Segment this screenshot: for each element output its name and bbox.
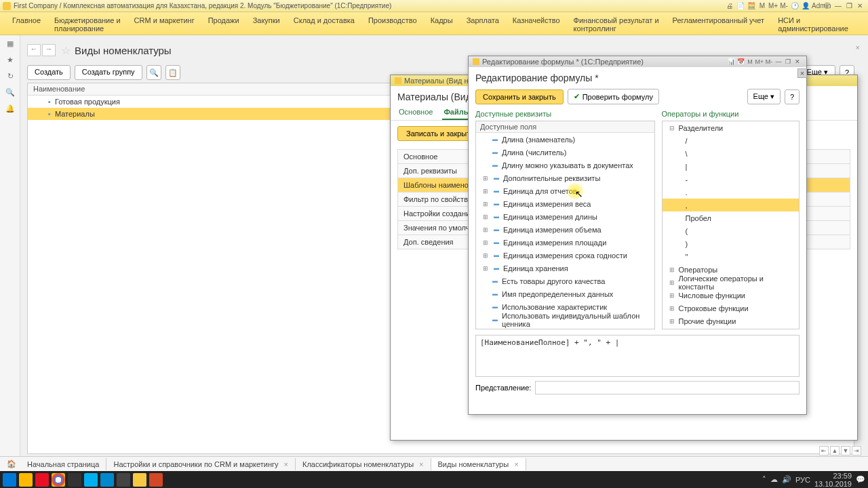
create-button[interactable]: Создать — [27, 65, 71, 80]
separator-item[interactable]: - — [663, 173, 799, 186]
app-icon[interactable] — [68, 473, 81, 487]
tb-user-icon[interactable]: 👤 — [801, 1, 810, 11]
minimize-icon[interactable]: ― — [774, 58, 783, 65]
nav-down-icon[interactable]: ▼ — [841, 446, 850, 455]
close-icon[interactable]: × — [419, 460, 423, 468]
skype-icon[interactable] — [84, 473, 98, 487]
chrome-icon[interactable] — [52, 473, 65, 487]
check-formula-button[interactable]: ✔Проверить формулу — [568, 89, 659, 104]
minimize-button[interactable]: ― — [833, 1, 843, 11]
separator-item[interactable]: . — [663, 186, 799, 199]
tb-calc-icon[interactable]: 📊 — [726, 58, 736, 65]
prop-item[interactable]: ⊞▬Единица хранения — [476, 262, 654, 274]
prop-item[interactable]: ⊞▬Единица измерения веса — [476, 197, 654, 210]
tray-up-icon[interactable]: ˄ — [762, 475, 766, 484]
tb-print-icon[interactable]: 🖨 — [725, 1, 734, 11]
formula-input[interactable]: [НаименованиеПолное] + ", " + | — [475, 335, 800, 377]
op-group[interactable]: ⊞Логические операторы и константы — [663, 276, 799, 289]
separator-item[interactable]: " — [663, 250, 799, 263]
tab-home[interactable]: Начальная страница — [20, 458, 106, 470]
op-group[interactable]: ⊞Числовые функции — [663, 289, 799, 302]
prop-item[interactable]: ⊞▬Дополнительные реквизиты — [476, 171, 654, 184]
tab-main[interactable]: Основное — [397, 105, 434, 120]
tray-cloud-icon[interactable]: ☁ — [770, 475, 778, 484]
tab-classifiers[interactable]: Классификаторы номенклатуры× — [296, 458, 431, 470]
nav-last-icon[interactable]: ⇥ — [852, 446, 861, 455]
prop-item[interactable]: ▬Использовать индивидуальный шаблон ценн… — [476, 313, 654, 326]
separator-item[interactable]: ) — [663, 237, 799, 250]
separator-item[interactable]: | — [663, 160, 799, 173]
menu-salary[interactable]: Зарплата — [460, 15, 506, 26]
prop-item[interactable]: ▬Имя предопределенных данных — [476, 287, 654, 300]
telegram-icon[interactable] — [100, 473, 114, 487]
forward-button[interactable]: → — [42, 44, 56, 56]
menu-accounting[interactable]: Регламентированный учет — [666, 15, 772, 26]
prop-item[interactable]: ▬Есть товары другого качества — [476, 274, 654, 287]
star-icon[interactable]: ★ — [0, 52, 20, 68]
search-icon[interactable]: 🔍 — [0, 84, 20, 100]
separators-group[interactable]: ⊟Разделители — [663, 121, 799, 134]
prop-item[interactable]: ⊞▬Единица измерения площади — [476, 236, 654, 249]
prop-item[interactable]: ⊞▬Единица для отчетов — [476, 184, 654, 197]
tb-mminus[interactable]: M- — [779, 1, 789, 11]
menu-production[interactable]: Производство — [361, 15, 424, 26]
op-group[interactable]: ⊞Строковые функции — [663, 302, 799, 314]
separator-item[interactable]: / — [663, 134, 799, 147]
explorer-icon[interactable] — [19, 473, 33, 487]
maximize-icon[interactable]: ❐ — [783, 58, 793, 65]
tb-clock-icon[interactable]: 🕐 — [790, 1, 800, 11]
separator-item[interactable]: , — [663, 199, 799, 211]
maximize-button[interactable]: ❐ — [844, 1, 854, 11]
menu-sales[interactable]: Продажи — [201, 15, 246, 26]
nav-up-icon[interactable]: ▲ — [830, 446, 840, 455]
menu-nsi[interactable]: НСИ и администрирование — [771, 15, 855, 34]
help-button[interactable]: ? — [785, 89, 800, 104]
tb-m[interactable]: M — [757, 1, 767, 11]
close-icon[interactable]: ✕ — [793, 58, 802, 65]
find-icon[interactable]: 🔍 — [146, 65, 161, 80]
menu-purchases[interactable]: Закупки — [246, 15, 287, 26]
close-icon[interactable]: × — [284, 460, 288, 468]
tb-mp[interactable]: M+ — [755, 58, 764, 65]
close-page-button[interactable]: × — [856, 43, 860, 52]
bell-icon[interactable]: 🔔 — [0, 100, 20, 117]
separator-item[interactable]: ( — [663, 224, 799, 237]
menu-budget[interactable]: Бюджетирование и планирование — [47, 15, 127, 34]
1c-icon[interactable] — [133, 473, 146, 487]
windows-start-icon[interactable] — [3, 473, 16, 487]
tb-mplus[interactable]: M+ — [768, 1, 778, 11]
close-side-button[interactable]: × — [797, 68, 807, 78]
prop-item[interactable]: ▬Длину можно указывать в документах — [476, 159, 654, 171]
tb-calc-icon[interactable]: 🧮 — [747, 1, 756, 11]
close-button[interactable]: ✕ — [855, 1, 865, 11]
menu-treasury[interactable]: Казначейство — [506, 15, 567, 26]
copy-icon[interactable]: 📋 — [165, 65, 180, 80]
tb-cal-icon[interactable]: 📅 — [736, 58, 745, 65]
tb-doc-icon[interactable]: 📄 — [736, 1, 745, 11]
separator-item[interactable]: Пробел — [663, 211, 799, 224]
menu-crm[interactable]: CRM и маркетинг — [127, 15, 201, 26]
representation-input[interactable] — [535, 381, 800, 394]
home-icon[interactable]: 🏠 — [7, 460, 16, 468]
tab-kinds[interactable]: Виды номенклатуры× — [431, 458, 526, 470]
tray-notif-icon[interactable]: 💬 — [856, 475, 865, 484]
close-icon[interactable]: × — [514, 460, 518, 468]
separator-item[interactable]: \ — [663, 147, 799, 160]
prop-item[interactable]: ▬Длина (знаменатель) — [476, 133, 654, 146]
tab-settings[interactable]: Настройки и справочники по CRM и маркети… — [106, 458, 296, 470]
menu-warehouse[interactable]: Склад и доставка — [287, 15, 361, 26]
more-button[interactable]: Еще ▾ — [747, 89, 781, 104]
apps-icon[interactable]: ▦ — [0, 35, 20, 52]
tab-files[interactable]: Файлы — [442, 105, 471, 120]
powerpoint-icon[interactable] — [149, 473, 163, 487]
app-icon[interactable] — [35, 473, 49, 487]
tb-info-icon[interactable]: ⓘ — [823, 1, 832, 11]
favorite-icon[interactable]: ☆ — [61, 44, 71, 57]
tray-lang[interactable]: РУС — [795, 476, 810, 484]
app-icon[interactable] — [117, 473, 130, 487]
prop-item[interactable]: ⊞▬Единица измерения объема — [476, 223, 654, 236]
tb-mm[interactable]: M- — [764, 58, 774, 65]
ops-list[interactable]: ⊟Разделители /\|-.,Пробел()" ⊞Операторы⊞… — [662, 121, 800, 329]
prop-item[interactable]: ⊞▬Единица измерения срока годности — [476, 249, 654, 262]
tray-net-icon[interactable]: 🔊 — [782, 475, 791, 484]
